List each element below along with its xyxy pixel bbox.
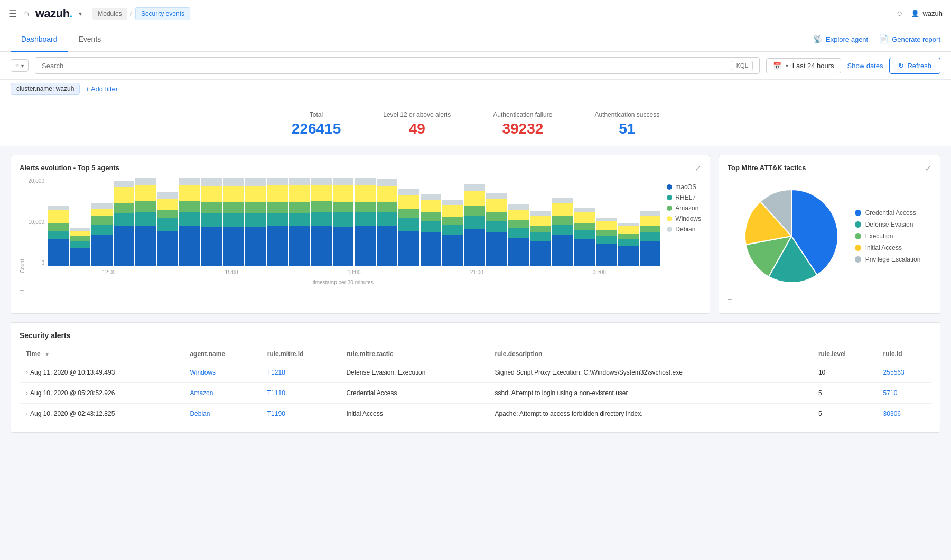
agent-link[interactable]: Amazon bbox=[190, 389, 213, 397]
logo-dropdown-icon[interactable]: ▾ bbox=[79, 10, 82, 17]
bar-group[interactable] bbox=[179, 178, 200, 266]
breadcrumb-separator: / bbox=[130, 10, 132, 17]
refresh-button[interactable]: ↻ Refresh bbox=[889, 58, 940, 74]
bar-group[interactable] bbox=[91, 178, 113, 266]
breadcrumb-modules[interactable]: Modules bbox=[92, 8, 127, 20]
explore-agent-icon: 📡 bbox=[813, 34, 823, 44]
mitre-id-link[interactable]: T1218 bbox=[267, 369, 285, 376]
settings-icon[interactable]: ○ bbox=[897, 8, 903, 19]
bar-segment bbox=[333, 202, 354, 212]
row-expand-icon[interactable]: › bbox=[26, 389, 28, 397]
generate-report-button[interactable]: 📄 Generate report bbox=[879, 34, 940, 44]
bar-group[interactable] bbox=[377, 178, 398, 266]
kql-badge[interactable]: KQL bbox=[732, 61, 753, 70]
bar-group[interactable] bbox=[596, 178, 617, 266]
add-filter-button[interactable]: + Add filter bbox=[85, 85, 118, 93]
calendar-arrow: ▾ bbox=[786, 63, 788, 69]
bar-group[interactable] bbox=[464, 178, 486, 266]
bar-segment bbox=[289, 226, 310, 266]
bar-group[interactable] bbox=[245, 178, 266, 266]
search-input[interactable] bbox=[42, 62, 728, 70]
pie-list-icon[interactable]: ≡ bbox=[728, 296, 732, 305]
bar-group[interactable] bbox=[267, 178, 288, 266]
y-label-10k: 10,000 bbox=[28, 219, 44, 225]
bar-group[interactable] bbox=[486, 178, 507, 266]
stat-auth-failure-value: 39232 bbox=[493, 120, 552, 137]
cell-mitre-id: T1218 bbox=[261, 362, 340, 383]
bar-segment bbox=[640, 216, 660, 225]
bar-segment bbox=[135, 212, 156, 226]
bar-chart-title: Alerts evolution - Top 5 agents bbox=[20, 164, 701, 172]
bar-group[interactable] bbox=[574, 178, 595, 266]
col-description[interactable]: rule.description bbox=[488, 346, 812, 362]
time-filter[interactable]: 📅 ▾ Last 24 hours bbox=[766, 58, 841, 73]
col-tactic[interactable]: rule.mitre.tactic bbox=[340, 346, 488, 362]
filter-tag[interactable]: cluster.name: wazuh bbox=[11, 83, 80, 95]
stat-total: Total 226415 bbox=[292, 111, 341, 137]
bar-group[interactable] bbox=[201, 178, 222, 266]
pie-legend-dot bbox=[855, 256, 861, 263]
row-expand-icon[interactable]: › bbox=[26, 369, 28, 376]
tab-dashboard[interactable]: Dashboard bbox=[11, 27, 68, 52]
expand-icon[interactable]: ⤢ bbox=[695, 164, 701, 172]
bar-group[interactable] bbox=[442, 178, 463, 266]
explore-agent-button[interactable]: 📡 Explore agent bbox=[813, 34, 868, 44]
bar-segment bbox=[267, 213, 288, 227]
tab-events[interactable]: Events bbox=[68, 27, 112, 52]
bar-group[interactable] bbox=[355, 178, 376, 266]
y-label-20k: 20,000 bbox=[28, 178, 44, 184]
bar-group[interactable] bbox=[289, 178, 310, 266]
bar-group[interactable] bbox=[530, 178, 551, 266]
bar-segment bbox=[355, 178, 376, 185]
bar-group[interactable] bbox=[508, 178, 529, 266]
stat-total-label: Total bbox=[292, 111, 341, 118]
col-time[interactable]: Time ▼ bbox=[20, 346, 183, 362]
x-label: 12:00 bbox=[102, 269, 116, 275]
list-icon[interactable]: ≡ bbox=[20, 287, 24, 296]
bar-group[interactable] bbox=[618, 178, 639, 266]
search-type-arrow: ▾ bbox=[21, 63, 24, 69]
table-body: ›Aug 11, 2020 @ 10:13:49.493 Windows T12… bbox=[20, 362, 931, 424]
agent-link[interactable]: Windows bbox=[190, 369, 216, 376]
bar-segment bbox=[179, 185, 200, 201]
rule-id-link[interactable]: 30306 bbox=[883, 410, 901, 417]
row-expand-icon[interactable]: › bbox=[26, 410, 28, 417]
rule-id-link[interactable]: 5710 bbox=[883, 389, 898, 397]
mitre-id-link[interactable]: T1190 bbox=[267, 410, 285, 417]
bar-group[interactable] bbox=[157, 178, 179, 266]
table-row[interactable]: ›Aug 11, 2020 @ 10:13:49.493 Windows T12… bbox=[20, 362, 931, 383]
col-agent[interactable]: agent.name bbox=[183, 346, 260, 362]
bar-group[interactable] bbox=[398, 178, 419, 266]
pie-expand-icon[interactable]: ⤢ bbox=[925, 164, 931, 172]
hamburger-icon[interactable]: ☰ bbox=[8, 8, 17, 20]
bar-group[interactable] bbox=[114, 178, 135, 266]
agent-link[interactable]: Debian bbox=[190, 410, 210, 417]
pie-legend-item: Credential Access bbox=[855, 209, 921, 217]
bar-segment bbox=[530, 226, 551, 232]
bar-segment bbox=[223, 178, 244, 186]
mitre-id-link[interactable]: T1110 bbox=[267, 389, 285, 397]
bar-group[interactable] bbox=[70, 178, 91, 266]
bar-group[interactable] bbox=[135, 178, 156, 266]
col-mitre-id[interactable]: rule.mitre.id bbox=[261, 346, 340, 362]
rule-id-link[interactable]: 255563 bbox=[883, 369, 905, 376]
breadcrumb-current[interactable]: Security events bbox=[135, 7, 190, 20]
bar-segment bbox=[311, 178, 332, 185]
table-row[interactable]: ›Aug 10, 2020 @ 02:43:12.825 Debian T119… bbox=[20, 404, 931, 424]
user-menu[interactable]: 👤 wazuh bbox=[911, 10, 943, 17]
bar-segment bbox=[618, 226, 639, 234]
legend-item: Debian bbox=[667, 226, 701, 233]
home-icon[interactable]: ⌂ bbox=[23, 8, 29, 19]
bar-group[interactable] bbox=[640, 178, 660, 266]
search-type-selector[interactable]: ≡ ▾ bbox=[11, 59, 29, 72]
col-level[interactable]: rule.level bbox=[812, 346, 877, 362]
bar-group[interactable] bbox=[333, 178, 354, 266]
bar-group[interactable] bbox=[311, 178, 332, 266]
table-row[interactable]: ›Aug 10, 2020 @ 05:28:52.926 Amazon T111… bbox=[20, 383, 931, 404]
bar-group[interactable] bbox=[552, 178, 573, 266]
col-ruleid[interactable]: rule.id bbox=[877, 346, 931, 362]
bar-group[interactable] bbox=[48, 178, 69, 266]
show-dates-button[interactable]: Show dates bbox=[847, 62, 883, 70]
bar-group[interactable] bbox=[421, 178, 442, 266]
bar-group[interactable] bbox=[223, 178, 244, 266]
